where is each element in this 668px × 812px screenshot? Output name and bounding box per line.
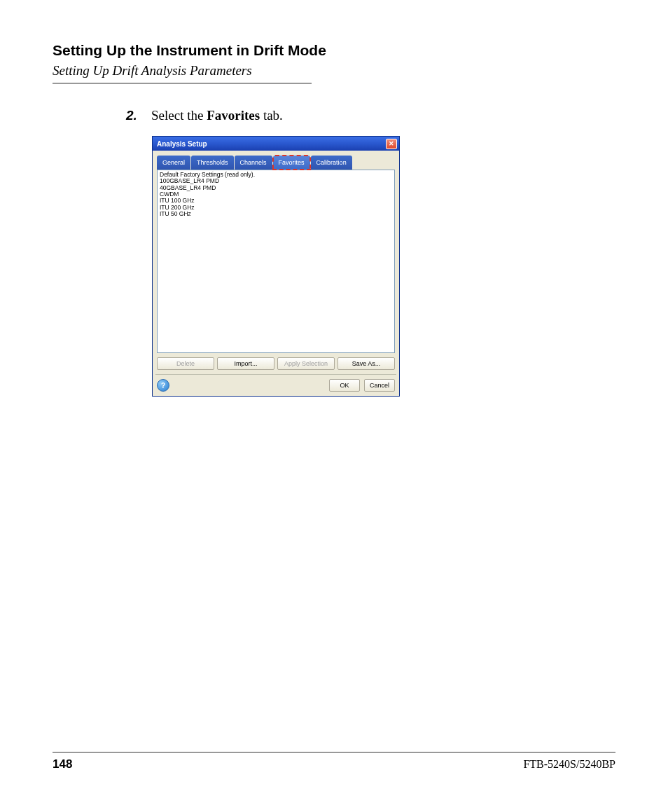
page-title: Setting Up the Instrument in Drift Mode: [53, 42, 615, 59]
dialog-title: Analysis Setup: [157, 140, 207, 148]
tab-bar: General Thresholds Channels Favorites Ca…: [153, 151, 399, 170]
step-2: 2. Select the Favorites tab.: [126, 108, 615, 123]
step-suffix: tab.: [260, 108, 283, 123]
save-as-button[interactable]: Save As...: [338, 357, 395, 370]
delete-button[interactable]: Delete: [157, 357, 214, 370]
dialog-button-row: ? OK Cancel: [153, 376, 399, 396]
page-number: 148: [53, 757, 72, 771]
apply-selection-button[interactable]: Apply Selection: [277, 357, 335, 370]
titlebar: Analysis Setup ✕: [153, 137, 399, 151]
step-text: Select the Favorites tab.: [151, 108, 283, 123]
ok-button[interactable]: OK: [329, 379, 360, 392]
help-button[interactable]: ?: [157, 379, 169, 392]
cancel-button[interactable]: Cancel: [364, 379, 395, 392]
analysis-setup-dialog: Analysis Setup ✕ General Thresholds Chan…: [152, 136, 400, 397]
tab-favorites[interactable]: Favorites: [273, 156, 310, 170]
step-bold: Favorites: [207, 108, 260, 123]
list-item[interactable]: ITU 100 GHz: [160, 198, 392, 204]
tab-calibration[interactable]: Calibration: [311, 156, 352, 170]
model-label: FTB-5240S/5240BP: [523, 758, 615, 771]
action-button-row: Delete Import... Apply Selection Save As…: [153, 353, 399, 373]
header-rule: [53, 83, 312, 84]
tab-thresholds[interactable]: Thresholds: [191, 156, 234, 170]
footer-rule: [53, 752, 615, 753]
list-item[interactable]: 40GBASE_LR4 PMD: [160, 185, 392, 191]
separator: [155, 374, 396, 375]
list-item[interactable]: ITU 50 GHz: [160, 211, 392, 217]
favorites-list[interactable]: Default Factory Settings (read only). 10…: [157, 170, 395, 353]
step-number: 2.: [126, 108, 151, 123]
list-item[interactable]: ITU 200 GHz: [160, 205, 392, 211]
step-prefix: Select the: [151, 108, 207, 123]
close-icon: ✕: [389, 141, 394, 147]
list-item[interactable]: CWDM: [160, 191, 392, 198]
import-button[interactable]: Import...: [217, 357, 274, 370]
close-button[interactable]: ✕: [386, 139, 397, 149]
help-icon: ?: [161, 382, 165, 390]
page-footer: 148 FTB-5240S/5240BP: [53, 752, 615, 771]
page-subtitle: Setting Up Drift Analysis Parameters: [53, 63, 615, 78]
tab-channels[interactable]: Channels: [235, 156, 272, 170]
tab-general[interactable]: General: [157, 156, 190, 170]
